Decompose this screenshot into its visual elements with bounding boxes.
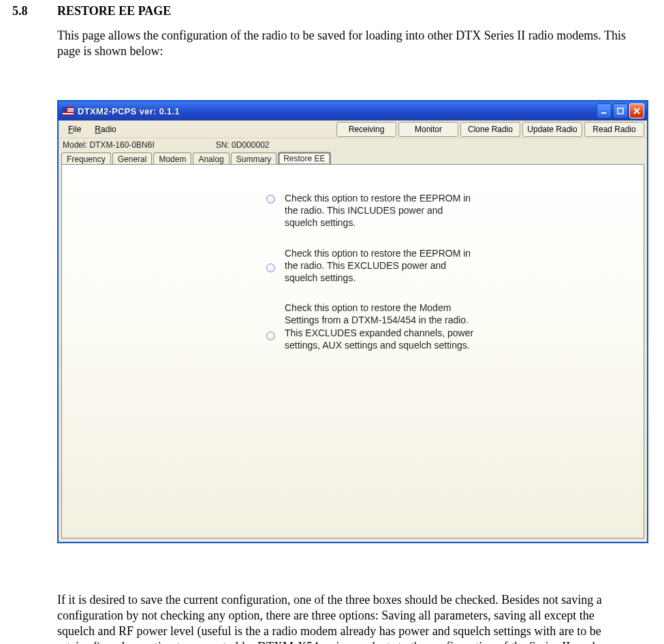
section-title: RESTORE EE PAGE	[57, 4, 171, 18]
window-buttons	[597, 103, 644, 118]
menu-radio-rest: adio	[101, 125, 116, 134]
maximize-icon	[617, 108, 624, 114]
info-row: Model: DTXM-160-0BN6I SN: 0D000002	[59, 138, 647, 150]
model-field: Model: DTXM-160-0BN6I	[63, 140, 155, 150]
radio-icon[interactable]	[266, 332, 275, 340]
sn-label: SN:	[216, 140, 230, 150]
restore-option-includes[interactable]: Check this option to restore the EEPROM …	[266, 192, 477, 229]
close-icon	[633, 108, 640, 114]
model-label: Model:	[63, 140, 87, 150]
restore-option-excludes-label: Check this option to restore the EEPROM …	[285, 247, 477, 285]
update-radio-button[interactable]: Update Radio	[522, 122, 582, 137]
menubar: File Radio Receiving Monitor Clone Radio…	[59, 120, 647, 138]
read-radio-button[interactable]: Read Radio	[584, 122, 644, 137]
radio-icon[interactable]	[266, 263, 275, 272]
menu-radio[interactable]: Radio	[88, 123, 123, 136]
model-value: DTXM-160-0BN6I	[89, 140, 154, 150]
minimize-icon	[601, 108, 607, 114]
titlebar: DTXM2-PCPS ver: 0.1.1	[59, 101, 647, 120]
monitor-button[interactable]: Monitor	[398, 122, 458, 137]
svg-rect-0	[601, 112, 606, 114]
intro-paragraph: This page allows the configuration of th…	[57, 28, 631, 59]
restore-option-includes-label: Check this option to restore the EEPROM …	[285, 192, 477, 229]
maximize-button[interactable]	[613, 103, 628, 118]
tab-strip: Frequency General Modem Analog Summary R…	[59, 150, 647, 165]
restore-option-legacy[interactable]: Check this option to restore the Modem S…	[266, 302, 477, 351]
tab-restore-ee[interactable]: Restore EE	[278, 152, 330, 165]
section-number: 5.8	[12, 4, 57, 18]
window-title: DTXM2-PCPS ver: 0.1.1	[78, 106, 592, 116]
app-window: DTXM2-PCPS ver: 0.1.1 File Radio Receivi…	[57, 100, 648, 543]
sn-value: 0D000002	[232, 140, 269, 150]
close-button[interactable]	[629, 103, 644, 118]
menu-file-rest: ile	[73, 125, 81, 134]
section-heading: 5.8 RESTORE EE PAGE	[12, 4, 652, 18]
footer-paragraph: If it is desired to save the current con…	[57, 592, 633, 644]
clone-radio-button[interactable]: Clone Radio	[460, 122, 520, 137]
restore-option-legacy-label: Check this option to restore the Modem S…	[285, 302, 477, 351]
menu-file[interactable]: File	[61, 123, 88, 136]
receiving-button[interactable]: Receiving	[336, 122, 396, 137]
minimize-button[interactable]	[597, 103, 612, 118]
restore-ee-page: Check this option to restore the EEPROM …	[61, 164, 644, 538]
app-icon	[63, 107, 74, 115]
restore-option-excludes[interactable]: Check this option to restore the EEPROM …	[266, 247, 477, 285]
svg-rect-1	[618, 108, 623, 114]
sn-field: SN: 0D000002	[216, 140, 270, 150]
radio-icon[interactable]	[266, 195, 275, 204]
